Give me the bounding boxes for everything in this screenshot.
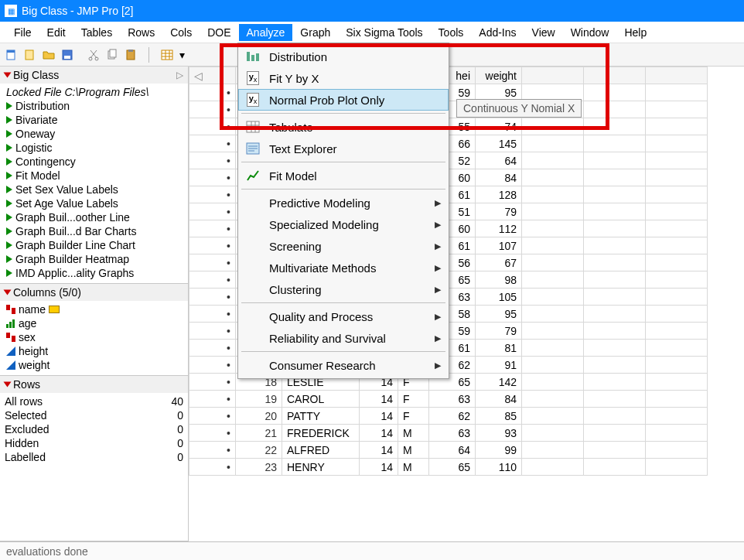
cell-weight[interactable]: 145 [476,135,522,152]
row-state[interactable]: • [189,271,236,289]
column-item-weight[interactable]: weight [3,358,185,372]
cell-height[interactable]: 62 [429,408,476,425]
tool-dropdown-icon[interactable]: ▾ [177,46,186,63]
menu-view[interactable]: View [524,24,563,41]
menu-edit[interactable]: Edit [39,24,73,41]
menu-help[interactable]: Help [616,24,654,41]
tool-cut[interactable] [85,46,102,63]
cell-name[interactable]: ALFRED [282,442,360,459]
menu-item-tabulate[interactable]: Tabulate [238,116,449,138]
row-number[interactable]: 21 [236,425,282,442]
tool-copy[interactable] [104,46,121,63]
menu-item-screening[interactable]: Screening▶ [238,235,449,257]
row-state[interactable]: • [189,374,236,391]
cell-weight[interactable]: 95 [476,306,522,323]
cell-weight[interactable]: 79 [476,323,522,340]
row-state[interactable]: • [189,391,236,408]
cell-weight[interactable]: 105 [476,289,522,306]
script-item[interactable]: Fit Model [3,169,185,183]
menu-item-quality-and-process[interactable]: Quality and Process▶ [238,306,449,327]
script-item[interactable]: Distribution [3,99,185,113]
rows-stat[interactable]: All rows40 [5,394,183,408]
cell-weight[interactable]: 93 [476,425,522,442]
row-number[interactable]: 23 [236,459,282,476]
row-state[interactable]: • [189,84,236,101]
row-state[interactable]: • [189,306,236,323]
menu-item-normal-prob-plot-only[interactable]: yxNormal Prob Plot Only [238,89,449,111]
row-state[interactable]: • [189,101,236,118]
menu-item-specialized-modeling[interactable]: Specialized Modeling▶ [238,213,449,235]
script-item[interactable]: IMD Applic...ality Graphs [3,266,185,280]
cell-weight[interactable]: 128 [476,186,522,203]
script-item[interactable]: Oneway [3,127,185,141]
cell-weight[interactable]: 81 [476,340,522,357]
cell-name[interactable]: CAROL [282,391,360,408]
cell-age[interactable]: 14 [360,459,398,476]
row-state[interactable]: • [189,135,236,152]
table-row[interactable]: •19CAROL14F6384 [189,391,708,408]
menu-rows[interactable]: Rows [120,24,162,41]
tool-table[interactable] [159,46,176,63]
table-row[interactable]: •21FREDERICK14M6393 [189,425,708,442]
col-header-weight[interactable]: weight [476,67,522,84]
row-state[interactable]: • [189,186,236,203]
tool-open[interactable] [40,46,57,63]
cell-name[interactable]: FREDERICK [282,425,360,442]
cell-weight[interactable]: 112 [476,220,522,237]
script-item[interactable]: Graph Buil...oother Line [3,210,185,224]
row-state[interactable]: • [189,459,236,476]
cell-name[interactable]: HENRY [282,459,360,476]
menu-item-multivariate-methods[interactable]: Multivariate Methods▶ [238,257,449,278]
menu-item-reliability-and-survival[interactable]: Reliability and Survival▶ [238,327,449,349]
cell-name[interactable]: PATTY [282,408,360,425]
panel-arrow-icon[interactable]: ▷ [176,70,183,80]
script-item[interactable]: Contingency [3,155,185,169]
row-state[interactable]: • [189,169,236,186]
cell-weight[interactable]: 84 [476,169,522,186]
row-state[interactable]: • [189,203,236,220]
cell-age[interactable]: 14 [360,391,398,408]
column-item-name[interactable]: name [3,302,185,316]
menu-item-text-explorer[interactable]: Text Explorer [238,138,449,159]
row-state[interactable]: • [189,408,236,425]
column-item-height[interactable]: height [3,344,185,358]
tool-new-script[interactable] [22,46,39,63]
cell-weight[interactable]: 74 [476,118,522,135]
row-state[interactable]: • [189,289,236,306]
row-number[interactable]: 22 [236,442,282,459]
cell-sex[interactable]: F [398,408,429,425]
table-row[interactable]: •22ALFRED14M6499 [189,442,708,459]
menu-item-fit-y-by-x[interactable]: yxFit Y by X [238,67,449,89]
row-state[interactable]: • [189,237,236,254]
cell-weight[interactable]: 67 [476,254,522,271]
corner-cell[interactable]: ◁ [189,67,236,84]
cell-sex[interactable]: F [398,391,429,408]
row-state[interactable]: • [189,425,236,442]
row-number[interactable]: 20 [236,408,282,425]
row-state[interactable]: • [189,442,236,459]
menu-tables[interactable]: Tables [73,24,120,41]
menu-six-sigma-tools[interactable]: Six Sigma Tools [338,24,430,41]
script-item[interactable]: Bivariate [3,113,185,127]
row-state[interactable]: • [189,357,236,374]
menu-doe[interactable]: DOE [200,24,238,41]
cell-weight[interactable]: 85 [476,408,522,425]
menu-graph[interactable]: Graph [292,24,338,41]
row-number[interactable]: 19 [236,391,282,408]
row-state[interactable]: • [189,340,236,357]
cell-weight[interactable]: 99 [476,442,522,459]
cell-weight[interactable]: 84 [476,391,522,408]
cell-sex[interactable]: M [398,425,429,442]
cell-weight[interactable]: 107 [476,237,522,254]
cell-height[interactable]: 63 [429,391,476,408]
cell-sex[interactable]: M [398,459,429,476]
cell-weight[interactable]: 110 [476,459,522,476]
menu-analyze[interactable]: Analyze [239,24,293,41]
cell-weight[interactable]: 64 [476,152,522,169]
cell-age[interactable]: 14 [360,408,398,425]
menu-file[interactable]: File [6,24,39,41]
cell-height[interactable]: 64 [429,442,476,459]
cell-sex[interactable]: M [398,442,429,459]
menu-item-predictive-modeling[interactable]: Predictive Modeling▶ [238,192,449,213]
rows-stat[interactable]: Excluded0 [5,422,183,436]
